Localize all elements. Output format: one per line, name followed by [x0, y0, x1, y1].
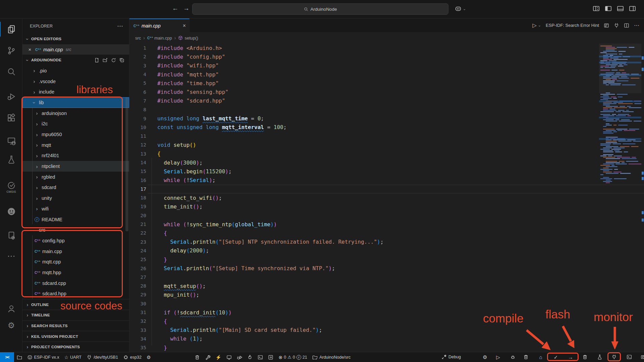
- tree-item-ntpclient[interactable]: ›ntpclient: [22, 161, 129, 172]
- code-line-28[interactable]: 28 mqtt_setup();: [129, 282, 599, 290]
- code-line-35[interactable]: 35 }: [129, 343, 599, 352]
- project-folder-item[interactable]: ArduinoNode/src: [310, 352, 353, 362]
- settings-gear-icon[interactable]: ⚙: [0, 317, 22, 334]
- trash-icon[interactable]: [521, 352, 531, 362]
- activity-search-icon[interactable]: [0, 64, 22, 80]
- code-line-13[interactable]: 13{: [129, 149, 599, 158]
- remote-indicator[interactable]: ><: [0, 352, 14, 362]
- tree-item-lib[interactable]: ›lib: [22, 97, 129, 108]
- code-line-4[interactable]: 4#include "mqtt.hpp": [129, 70, 599, 79]
- code-line-20[interactable]: 20: [129, 211, 599, 220]
- code-line-3[interactable]: 3#include "wifi.hpp": [129, 61, 599, 70]
- esp-idf-hint[interactable]: ESP-IDF: Search Error Hint: [546, 23, 599, 28]
- tree-item-src[interactable]: ›src: [22, 225, 129, 235]
- section-outline[interactable]: ›OUTLINE: [22, 299, 129, 310]
- code-line-2[interactable]: 2#include "config.hpp": [129, 52, 599, 61]
- build-icon[interactable]: [203, 352, 213, 362]
- activity-testing-icon[interactable]: [0, 152, 22, 168]
- open-preview-icon[interactable]: [604, 23, 609, 28]
- code-line-25[interactable]: 25 }: [129, 255, 599, 264]
- code-line-27[interactable]: 27: [129, 273, 599, 282]
- tree-item-rgbled[interactable]: ›rgbled: [22, 172, 129, 182]
- code-line-6[interactable]: 6#include "sensing.hpp": [129, 87, 599, 96]
- gear-icon[interactable]: ⚙: [480, 352, 490, 362]
- run-dropdown-icon[interactable]: ⌄: [538, 23, 541, 27]
- code-area[interactable]: 1#include <Arduino.h>2#include "config.h…: [129, 44, 599, 361]
- problems-item[interactable]: ⊗0⚠0i21: [276, 352, 310, 362]
- code-line-18[interactable]: 18 connect_to_wifi();: [129, 193, 599, 202]
- sidebar-scrollbar[interactable]: [125, 97, 128, 231]
- code-line-14[interactable]: 14 delay(3000);: [129, 158, 599, 167]
- tab-close-icon[interactable]: ×: [183, 23, 186, 29]
- tree-item--pio[interactable]: ›.pio: [22, 65, 129, 76]
- toggle-sidebar-icon[interactable]: [605, 5, 612, 12]
- open-editors-header[interactable]: ›OPEN EDITORS: [22, 34, 129, 44]
- gear-icon[interactable]: ⚙: [144, 352, 153, 362]
- nav-back-icon[interactable]: ←: [172, 5, 178, 12]
- copilot-menu[interactable]: ⌄: [455, 5, 466, 12]
- activity-source-control-icon[interactable]: [0, 43, 22, 59]
- bug-icon[interactable]: [508, 352, 518, 362]
- tree-item--vscode[interactable]: ›.vscode: [22, 76, 129, 87]
- serial-monitor-icon[interactable]: [224, 352, 234, 362]
- tree-item-mqtt-cpp[interactable]: C⁺⁺mqtt.cpp: [22, 256, 129, 267]
- tree-item-mqtt-hpp[interactable]: C⁺⁺mqtt.hpp: [22, 267, 129, 278]
- tree-item-README[interactable]: iREADME: [22, 214, 129, 225]
- code-line-17[interactable]: 17: [129, 185, 599, 193]
- new-folder-icon[interactable]: [103, 58, 108, 63]
- debug-item[interactable]: Debug: [439, 352, 464, 362]
- tree-item-arduinojson[interactable]: ›arduinojson: [22, 108, 129, 119]
- activity-run-debug-icon[interactable]: [0, 88, 22, 105]
- code-line-24[interactable]: 24 delay(2000);: [129, 246, 599, 255]
- code-line-30[interactable]: 30: [129, 299, 599, 308]
- code-line-16[interactable]: 16 while (!Serial);: [129, 176, 599, 184]
- code-line-34[interactable]: 34 while (1);: [129, 335, 599, 343]
- section-search-results[interactable]: ›SEARCH RESULTS: [22, 320, 129, 331]
- breadcrumb-main-cpp[interactable]: C⁺⁺ main.cpp: [147, 36, 172, 41]
- tree-item-include[interactable]: ›include: [22, 86, 129, 97]
- run-button[interactable]: ▷: [533, 23, 537, 28]
- code-line-10[interactable]: 10const unsigned long mqtt_interval = 10…: [129, 123, 599, 132]
- flash-bolt-icon[interactable]: ⚡: [213, 352, 224, 362]
- activity-remote-explorer-icon[interactable]: [0, 133, 22, 149]
- activity-cpp-tools-icon[interactable]: [0, 228, 22, 244]
- tree-item-unity[interactable]: ›unity: [22, 193, 129, 203]
- project-header[interactable]: ›ARDUINONODE: [22, 55, 129, 65]
- code-line-33[interactable]: 33 Serial.println("[Main] SD card setup …: [129, 326, 599, 335]
- activity-extensions-icon[interactable]: [0, 110, 22, 126]
- code-line-26[interactable]: 26 Serial.println("[Setup] Time synchron…: [129, 264, 599, 273]
- activity-cmsis-icon[interactable]: CMSIS: [0, 179, 22, 195]
- toggle-panel-icon[interactable]: [617, 5, 624, 12]
- code-line-11[interactable]: 11: [129, 132, 599, 140]
- code-line-23[interactable]: 23 Serial.println("[Setup] NTP synchroni…: [129, 238, 599, 246]
- play-icon[interactable]: ▷: [494, 352, 503, 362]
- tree-item-config-hpp[interactable]: C⁺⁺config.hpp: [22, 235, 129, 246]
- activity-github-icon[interactable]: [0, 203, 22, 220]
- tree-item-main-cpp[interactable]: C⁺⁺main.cpp: [22, 246, 129, 257]
- tab-main-cpp[interactable]: C⁺⁺ main.cpp ×: [129, 18, 190, 32]
- editor-more-actions-icon[interactable]: ⋯: [634, 23, 639, 28]
- uart-item[interactable]: ☆UART: [62, 352, 84, 362]
- section-project-components[interactable]: ›PROJECT COMPONENTS: [22, 342, 129, 352]
- screencast-icon[interactable]: [638, 352, 644, 362]
- compile-check-icon[interactable]: ✓: [551, 352, 560, 362]
- breadcrumb-setup[interactable]: setup(): [178, 36, 198, 41]
- account-icon[interactable]: [0, 301, 22, 317]
- flash-arrow-icon[interactable]: →: [566, 352, 576, 362]
- debug-run-icon[interactable]: [234, 352, 245, 362]
- code-line-32[interactable]: 32 {: [129, 317, 599, 325]
- trash-icon[interactable]: [580, 352, 590, 362]
- toggle-secondary-sidebar-icon[interactable]: [629, 5, 636, 12]
- tree-item-sdcard-cpp[interactable]: C⁺⁺sdcard.cpp: [22, 278, 129, 289]
- tree-item-sdcard-hpp[interactable]: C⁺⁺sdcard.hpp: [22, 289, 129, 299]
- section-keil-uvision-project[interactable]: ›KEIL UVISION PROJECT: [22, 331, 129, 342]
- breadcrumb-src[interactable]: src: [135, 36, 141, 41]
- terminal-icon[interactable]: [255, 352, 265, 362]
- tree-item-mqtt[interactable]: ›mqtt: [22, 140, 129, 150]
- close-icon[interactable]: ×: [27, 47, 33, 52]
- clean-icon[interactable]: [192, 352, 203, 362]
- code-line-19[interactable]: 19 time_init();: [129, 202, 599, 211]
- minimap[interactable]: [599, 44, 641, 190]
- open-editor-main-cpp[interactable]: ×C⁺⁺main.cppsrc: [22, 44, 129, 55]
- tree-item-sdcard[interactable]: ›sdcard: [22, 182, 129, 193]
